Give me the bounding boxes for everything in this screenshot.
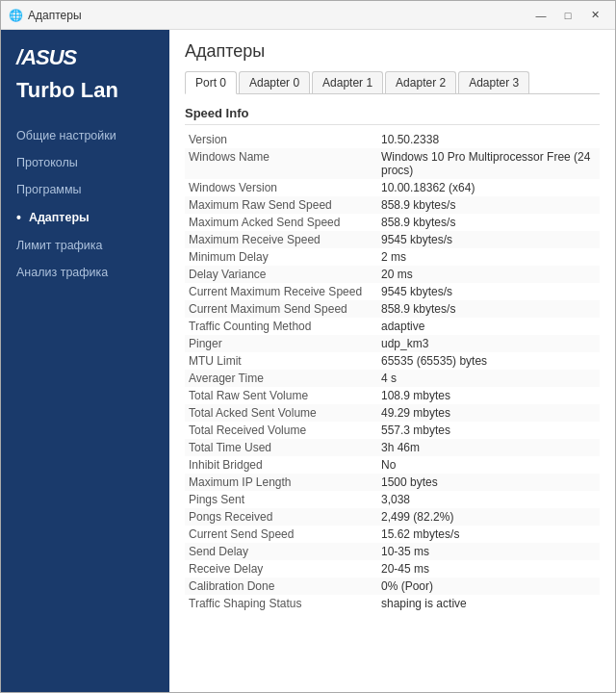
close-button[interactable]: ✕ xyxy=(582,5,607,26)
sidebar-item-general[interactable]: Общие настройки xyxy=(1,122,169,149)
table-row: Maximum IP Length1500 bytes xyxy=(185,474,600,491)
sidebar: /ASUS Turbo Lan Общие настройки Протокол… xyxy=(1,30,169,692)
table-row: Calibration Done0% (Poor) xyxy=(185,578,600,595)
row-value: 2,499 (82.2%) xyxy=(377,508,600,526)
tab-bar: Port 0 Adapter 0 Adapter 1 Adapter 2 Ada… xyxy=(185,71,600,94)
row-label: Total Raw Sent Volume xyxy=(185,387,377,404)
app-title: Turbo Lan xyxy=(1,78,169,118)
row-value: 10.00.18362 (x64) xyxy=(377,179,600,196)
row-label: Pongs Received xyxy=(185,508,377,526)
row-label: Windows Version xyxy=(185,179,377,196)
row-value: No xyxy=(377,456,600,474)
row-label: Maximum Raw Send Speed xyxy=(185,196,377,214)
title-bar: 🌐 Адаптеры — □ ✕ xyxy=(1,1,615,30)
row-label: Total Acked Sent Volume xyxy=(185,404,377,422)
row-value: 20 ms xyxy=(377,266,600,283)
sidebar-item-traffic-limit[interactable]: Лимит трафика xyxy=(1,232,169,259)
tab-adapter2[interactable]: Adapter 2 xyxy=(385,71,456,93)
row-label: Pinger xyxy=(185,335,377,352)
row-value: 3,038 xyxy=(377,491,600,508)
row-value: 9545 kbytes/s xyxy=(377,283,600,300)
row-value: 3h 46m xyxy=(377,439,600,456)
table-row: Maximum Receive Speed9545 kbytes/s xyxy=(185,231,600,248)
table-row: Maximum Raw Send Speed858.9 kbytes/s xyxy=(185,196,600,214)
table-row: Send Delay10-35 ms xyxy=(185,543,600,560)
row-label: Calibration Done xyxy=(185,578,377,595)
row-label: MTU Limit xyxy=(185,352,377,370)
row-label: Traffic Counting Method xyxy=(185,318,377,335)
table-row: Current Maximum Send Speed858.9 kbytes/s xyxy=(185,300,600,318)
table-row: MTU Limit65535 (65535) bytes xyxy=(185,352,600,370)
row-label: Maximum Acked Send Speed xyxy=(185,214,377,231)
row-label: Current Maximum Send Speed xyxy=(185,300,377,318)
row-label: Current Send Speed xyxy=(185,526,377,543)
row-label: Averager Time xyxy=(185,370,377,387)
row-label: Total Received Volume xyxy=(185,422,377,439)
sidebar-item-protocols[interactable]: Протоколы xyxy=(1,149,169,176)
row-label: Maximum IP Length xyxy=(185,474,377,491)
sidebar-item-traffic-analysis[interactable]: Анализ трафика xyxy=(1,259,169,286)
tab-adapter3[interactable]: Adapter 3 xyxy=(458,71,529,93)
main-layout: /ASUS Turbo Lan Общие настройки Протокол… xyxy=(1,30,615,692)
row-value: 4 s xyxy=(377,370,600,387)
table-row: Version10.50.2338 xyxy=(185,131,600,148)
tab-adapter1[interactable]: Adapter 1 xyxy=(312,71,383,93)
table-row: Total Acked Sent Volume49.29 mbytes xyxy=(185,404,600,422)
table-row: Traffic Shaping Statusshaping is active xyxy=(185,595,600,612)
row-label: Delay Variance xyxy=(185,266,377,283)
table-row: Pingerudp_km3 xyxy=(185,335,600,352)
row-value: 108.9 mbytes xyxy=(377,387,600,404)
row-label: Receive Delay xyxy=(185,560,377,578)
tab-port0[interactable]: Port 0 xyxy=(185,71,237,94)
row-value: 2 ms xyxy=(377,248,600,266)
row-label: Pings Sent xyxy=(185,491,377,508)
row-value: 49.29 mbytes xyxy=(377,404,600,422)
page-title: Адаптеры xyxy=(185,41,600,62)
asus-logo: /ASUS xyxy=(16,45,154,70)
row-value: 65535 (65535) bytes xyxy=(377,352,600,370)
table-row: Receive Delay20-45 ms xyxy=(185,560,600,578)
content-area: Адаптеры Port 0 Adapter 0 Adapter 1 Adap… xyxy=(169,30,615,692)
row-label: Windows Name xyxy=(185,148,377,179)
info-table: Version10.50.2338Windows NameWindows 10 … xyxy=(185,131,600,612)
row-value: 20-45 ms xyxy=(377,560,600,578)
table-row: Total Raw Sent Volume108.9 mbytes xyxy=(185,387,600,404)
section-title: Speed Info xyxy=(185,106,600,125)
table-row: Minimum Delay2 ms xyxy=(185,248,600,266)
row-label: Inhibit Bridged xyxy=(185,456,377,474)
row-value: 15.62 mbytes/s xyxy=(377,526,600,543)
row-label: Current Maximum Receive Speed xyxy=(185,283,377,300)
minimize-button[interactable]: — xyxy=(528,5,553,26)
row-value: Windows 10 Pro Multiprocessor Free (24 p… xyxy=(377,148,600,179)
row-value: 10.50.2338 xyxy=(377,131,600,148)
app-icon: 🌐 xyxy=(9,9,22,22)
tab-adapter0[interactable]: Adapter 0 xyxy=(239,71,310,93)
row-value: 9545 kbytes/s xyxy=(377,231,600,248)
row-value: 557.3 mbytes xyxy=(377,422,600,439)
table-row: Inhibit BridgedNo xyxy=(185,456,600,474)
table-row: Pongs Received2,499 (82.2%) xyxy=(185,508,600,526)
table-row: Traffic Counting Methodadaptive xyxy=(185,318,600,335)
table-row: Delay Variance20 ms xyxy=(185,266,600,283)
sidebar-item-adapters[interactable]: Адаптеры xyxy=(1,203,169,232)
row-value: 1500 bytes xyxy=(377,474,600,491)
sidebar-item-programs[interactable]: Программы xyxy=(1,176,169,203)
title-bar-text: Адаптеры xyxy=(28,9,528,22)
table-row: Total Time Used3h 46m xyxy=(185,439,600,456)
row-label: Traffic Shaping Status xyxy=(185,595,377,612)
table-row: Current Maximum Receive Speed9545 kbytes… xyxy=(185,283,600,300)
table-row: Windows NameWindows 10 Pro Multiprocesso… xyxy=(185,148,600,179)
table-row: Total Received Volume557.3 mbytes xyxy=(185,422,600,439)
table-row: Maximum Acked Send Speed858.9 kbytes/s xyxy=(185,214,600,231)
row-value: 0% (Poor) xyxy=(377,578,600,595)
sidebar-logo: /ASUS xyxy=(1,30,169,78)
table-row: Windows Version10.00.18362 (x64) xyxy=(185,179,600,196)
table-row: Pings Sent3,038 xyxy=(185,491,600,508)
row-label: Total Time Used xyxy=(185,439,377,456)
table-row: Current Send Speed15.62 mbytes/s xyxy=(185,526,600,543)
maximize-button[interactable]: □ xyxy=(555,5,580,26)
row-label: Send Delay xyxy=(185,543,377,560)
row-value: udp_km3 xyxy=(377,335,600,352)
row-value: shaping is active xyxy=(377,595,600,612)
row-value: 858.9 kbytes/s xyxy=(377,196,600,214)
